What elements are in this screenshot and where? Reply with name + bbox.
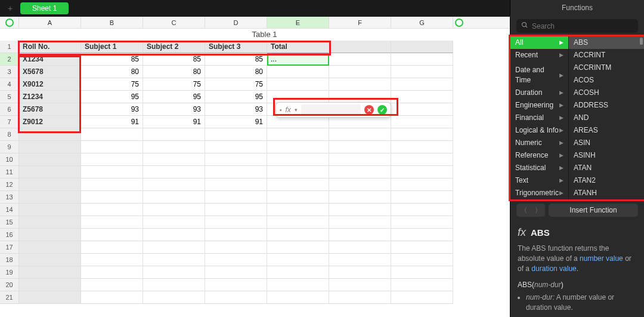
cell[interactable] <box>19 291 81 304</box>
function-search[interactable] <box>516 19 638 33</box>
cell[interactable] <box>205 266 267 279</box>
cell[interactable] <box>267 229 329 241</box>
column-header[interactable]: Subject 2 <box>143 41 205 53</box>
cell[interactable]: 75 <box>143 78 205 91</box>
cell[interactable] <box>391 266 453 279</box>
category-item[interactable]: Trigonometric▶ <box>510 187 568 199</box>
cell[interactable] <box>329 116 391 128</box>
cell[interactable]: 85 <box>205 53 267 66</box>
cell[interactable] <box>81 141 143 153</box>
cell[interactable]: 95 <box>205 91 267 103</box>
cell[interactable] <box>19 141 81 153</box>
cell[interactable] <box>19 279 81 291</box>
cell[interactable] <box>267 166 329 178</box>
row-header[interactable]: 18 <box>0 254 19 266</box>
col-header-E[interactable]: E <box>267 17 329 28</box>
cell[interactable] <box>143 229 205 241</box>
cell[interactable] <box>81 128 143 141</box>
cell[interactable] <box>205 191 267 204</box>
cell[interactable] <box>205 153 267 166</box>
row-header[interactable]: 7 <box>0 116 19 128</box>
cell[interactable] <box>81 153 143 166</box>
cell[interactable] <box>81 216 143 229</box>
cell[interactable] <box>329 266 391 279</box>
category-item[interactable]: Date and Time▶ <box>510 64 568 87</box>
cell[interactable] <box>391 204 453 216</box>
cell[interactable]: 93 <box>143 103 205 116</box>
cell[interactable] <box>19 204 81 216</box>
cell[interactable] <box>391 128 453 141</box>
function-item[interactable]: ABS <box>569 36 644 49</box>
cell[interactable] <box>391 229 453 241</box>
cell[interactable]: 95 <box>81 91 143 103</box>
cell[interactable] <box>81 266 143 279</box>
row-header[interactable]: 5 <box>0 91 19 103</box>
cell[interactable] <box>329 216 391 229</box>
cell[interactable] <box>19 266 81 279</box>
function-item[interactable]: ASIN <box>569 137 644 149</box>
cell[interactable] <box>267 191 329 204</box>
category-item[interactable]: Statistical▶ <box>510 162 568 174</box>
cell[interactable] <box>143 153 205 166</box>
row-header[interactable]: 16 <box>0 229 19 241</box>
cell[interactable] <box>267 66 329 78</box>
cell[interactable] <box>391 66 453 78</box>
function-item[interactable]: ATAN <box>569 162 644 174</box>
cell-editing[interactable]: ... <box>267 53 329 66</box>
formula-confirm-button[interactable]: ✓ <box>377 105 387 115</box>
category-item[interactable]: Reference▶ <box>510 149 568 162</box>
cell[interactable] <box>267 116 329 128</box>
cell[interactable] <box>329 178 391 191</box>
category-item[interactable]: Recent▶ <box>510 49 568 61</box>
cell[interactable] <box>391 191 453 204</box>
cell[interactable] <box>143 279 205 291</box>
cell[interactable] <box>205 216 267 229</box>
function-item[interactable]: ACCRINT <box>569 49 644 61</box>
function-item[interactable]: AREAS <box>569 124 644 137</box>
column-header[interactable]: Roll No. <box>19 41 81 53</box>
cell[interactable] <box>391 291 453 304</box>
cell[interactable] <box>19 178 81 191</box>
cell[interactable] <box>81 178 143 191</box>
cell[interactable] <box>329 204 391 216</box>
number-value-link[interactable]: number value <box>580 254 623 263</box>
function-item[interactable]: ASINH <box>569 149 644 162</box>
cell[interactable] <box>19 191 81 204</box>
category-item[interactable]: Financial▶ <box>510 112 568 124</box>
cell[interactable]: 91 <box>81 116 143 128</box>
cell[interactable] <box>267 254 329 266</box>
cell[interactable] <box>329 291 391 304</box>
row-header[interactable]: 20 <box>0 279 19 291</box>
col-header-F[interactable]: F <box>329 17 391 28</box>
col-header-D[interactable]: D <box>205 17 267 28</box>
cell[interactable] <box>267 204 329 216</box>
add-sheet-button[interactable]: + <box>5 3 16 14</box>
cell[interactable] <box>329 128 391 141</box>
cell[interactable] <box>329 153 391 166</box>
cell[interactable] <box>391 279 453 291</box>
cell[interactable] <box>205 204 267 216</box>
cell[interactable] <box>19 241 81 254</box>
cell[interactable] <box>205 141 267 153</box>
row-header[interactable]: 15 <box>0 216 19 229</box>
cell[interactable]: 80 <box>205 66 267 78</box>
cell[interactable] <box>19 216 81 229</box>
sheet-tab[interactable]: Sheet 1 <box>20 2 69 14</box>
formula-cancel-button[interactable]: ✕ <box>364 105 374 115</box>
cell[interactable] <box>329 166 391 178</box>
function-item[interactable]: ADDRESS <box>569 99 644 112</box>
cell[interactable]: 75 <box>81 78 143 91</box>
cell[interactable] <box>205 178 267 191</box>
cell[interactable] <box>329 91 391 103</box>
cell[interactable] <box>391 78 453 91</box>
cell[interactable] <box>391 166 453 178</box>
cell[interactable] <box>267 216 329 229</box>
col-header-A[interactable]: A <box>19 17 81 28</box>
cell[interactable] <box>267 241 329 254</box>
function-item[interactable]: ACOSH <box>569 87 644 99</box>
row-header[interactable]: 4 <box>0 78 19 91</box>
cell[interactable] <box>205 229 267 241</box>
cell[interactable] <box>81 204 143 216</box>
cell[interactable] <box>329 41 391 53</box>
nav-back-button[interactable]: 〈 <box>516 204 531 217</box>
